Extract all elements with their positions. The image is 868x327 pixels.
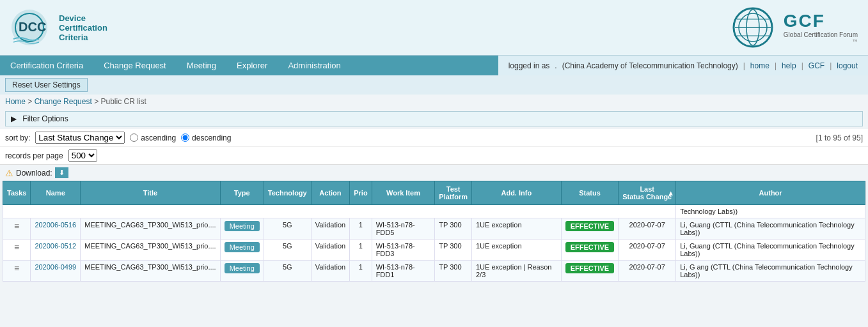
- cell-add-info: 1UE exception | Reason 2/3: [471, 261, 561, 282]
- col-title: Title: [81, 181, 220, 205]
- cell-last-status-change: 2020-07-07: [619, 240, 676, 261]
- partial-cell: [3, 205, 676, 218]
- cell-action: Validation: [311, 240, 350, 261]
- hamburger-icon[interactable]: ≡: [14, 221, 19, 231]
- reset-user-settings-button[interactable]: Reset User Settings: [5, 78, 88, 92]
- sort-arrow-icon: ▲: [667, 189, 674, 197]
- col-type: Type: [220, 181, 264, 205]
- descending-radio-label: descending: [181, 133, 231, 142]
- nav-change-request[interactable]: Change Request: [93, 56, 177, 75]
- cell-last-status-change: 2020-07-07: [619, 218, 676, 240]
- top-nav-right: logged in as . (China Academy of Telecom…: [498, 56, 868, 75]
- gcf-logo-image: [729, 5, 780, 50]
- filter-options-bar[interactable]: ▶ Filter Options: [5, 111, 863, 126]
- nav-cert-criteria[interactable]: Certification Criteria: [0, 56, 93, 75]
- download-label: Download:: [16, 169, 52, 178]
- controls-container: sort by: Last Status Change Name Title S…: [0, 129, 868, 165]
- table-row-partial: Technology Labs)): [3, 205, 865, 218]
- breadcrumb-home[interactable]: Home: [5, 97, 26, 106]
- cell-technology: 5G: [264, 240, 311, 261]
- cell-work-item: WI-513-n78-FDD1: [372, 261, 435, 282]
- cell-name: 202006-0516: [31, 218, 81, 240]
- sort-select[interactable]: Last Status Change Name Title Status: [35, 132, 125, 144]
- cell-title: MEETING_CAG63_TP300_WI513_prio....: [81, 261, 220, 282]
- page-header: DCC Device Certification Criteria: [0, 0, 868, 56]
- ascending-radio-label: ascending: [130, 133, 176, 142]
- reset-bar: Reset User Settings: [0, 75, 868, 95]
- cell-author: Li, Guang (CTTL (China Telecommunication…: [676, 240, 865, 261]
- cell-work-item: WI-513-n78-FDD3: [372, 240, 435, 261]
- home-link[interactable]: home: [750, 61, 769, 70]
- cell-work-item: WI-513-n78-FDD5: [372, 218, 435, 240]
- cell-author: Li, G ang (CTTL (China Telecommunication…: [676, 261, 865, 282]
- gcf-text-area: GCF Global Certification Forum ™: [784, 11, 858, 45]
- cell-technology: 5G: [264, 261, 311, 282]
- cell-author: Li, Guang (CTTL (China Telecommunication…: [676, 218, 865, 240]
- hamburger-icon[interactable]: ≡: [14, 263, 19, 273]
- col-work-item: Work Item: [372, 181, 435, 205]
- cell-test-platform: TP 300: [435, 218, 472, 240]
- type-badge: Meeting: [225, 263, 260, 273]
- col-name: Name: [31, 181, 81, 205]
- cell-name: 202006-0499: [31, 261, 81, 282]
- records-per-page-select[interactable]: 500 25 50 100 200: [68, 149, 97, 162]
- table-row: ≡ 202006-0516 MEETING_CAG63_TP300_WI513_…: [3, 218, 865, 240]
- dcc-logo: DCC Device Certification Criteria: [10, 8, 107, 47]
- logout-link[interactable]: logout: [837, 61, 858, 70]
- dcc-text: Device Certification Criteria: [59, 13, 107, 42]
- col-status: Status: [561, 181, 619, 205]
- cell-title: MEETING_CAG63_TP300_WI513_prio....: [81, 240, 220, 261]
- gcf-link[interactable]: GCF: [809, 61, 825, 70]
- col-test-platform: TestPlatform: [435, 181, 472, 205]
- main-nav: Certification Criteria Change Request Me…: [0, 56, 498, 75]
- col-prio: Prio: [350, 181, 372, 205]
- pagination-info: [1 to 95 of 95]: [816, 133, 863, 142]
- logged-in-user: .: [555, 61, 556, 70]
- ascending-radio[interactable]: [130, 133, 138, 142]
- cell-status: EFFECTIVE: [561, 261, 619, 282]
- nav-administration[interactable]: Administration: [278, 56, 351, 75]
- table-wrapper: Tasks Name Title Type Technology Action …: [3, 181, 865, 282]
- download-button[interactable]: ⬇: [55, 167, 68, 178]
- filter-options-label: Filter Options: [22, 114, 68, 123]
- status-badge: EFFECTIVE: [565, 242, 615, 252]
- col-action: Action: [311, 181, 350, 205]
- cell-tasks: ≡: [3, 218, 31, 240]
- cell-name: 202006-0512: [31, 240, 81, 261]
- cell-status: EFFECTIVE: [561, 240, 619, 261]
- cell-add-info: 1UE exception: [471, 240, 561, 261]
- logged-in-label: logged in as: [509, 61, 550, 70]
- cr-table: Tasks Name Title Type Technology Action …: [3, 181, 865, 282]
- cell-test-platform: TP 300: [435, 240, 472, 261]
- help-link[interactable]: help: [782, 61, 796, 70]
- breadcrumb-change-request[interactable]: Change Request: [35, 97, 92, 106]
- cell-status: EFFECTIVE: [561, 218, 619, 240]
- cell-tasks: ≡: [3, 261, 31, 282]
- nav-explorer[interactable]: Explorer: [226, 56, 278, 75]
- table-body: Technology Labs)) ≡ 202006-0516 MEETING_…: [3, 205, 865, 282]
- col-technology: Technology: [264, 181, 311, 205]
- download-bar: ⚠ Download: ⬇: [0, 165, 868, 181]
- cell-action: Validation: [311, 261, 350, 282]
- cell-type: Meeting: [220, 218, 264, 240]
- nav-meeting[interactable]: Meeting: [177, 56, 226, 75]
- hamburger-icon[interactable]: ≡: [14, 242, 19, 252]
- cell-add-info: 1UE exception: [471, 218, 561, 240]
- table-row: ≡ 202006-0499 MEETING_CAG63_TP300_WI513_…: [3, 261, 865, 282]
- filter-arrow-icon: ▶: [11, 114, 17, 123]
- cell-technology: 5G: [264, 218, 311, 240]
- table-header-row: Tasks Name Title Type Technology Action …: [3, 181, 865, 205]
- sort-label: sort by:: [5, 133, 30, 142]
- descending-radio[interactable]: [181, 133, 189, 142]
- records-bar: records per page 500 25 50 100 200: [0, 147, 868, 164]
- cell-tasks: ≡: [3, 240, 31, 261]
- cell-type: Meeting: [220, 261, 264, 282]
- breadcrumb-current: Public CR list: [100, 97, 146, 106]
- col-tasks: Tasks: [3, 181, 31, 205]
- warning-icon: ⚠: [5, 168, 13, 178]
- cr-name-link[interactable]: 202006-0516: [35, 221, 76, 229]
- table-row: ≡ 202006-0512 MEETING_CAG63_TP300_WI513_…: [3, 240, 865, 261]
- cr-name-link[interactable]: 202006-0499: [35, 263, 76, 271]
- cr-name-link[interactable]: 202006-0512: [35, 242, 76, 250]
- gcf-logo: GCF Global Certification Forum ™: [729, 5, 858, 50]
